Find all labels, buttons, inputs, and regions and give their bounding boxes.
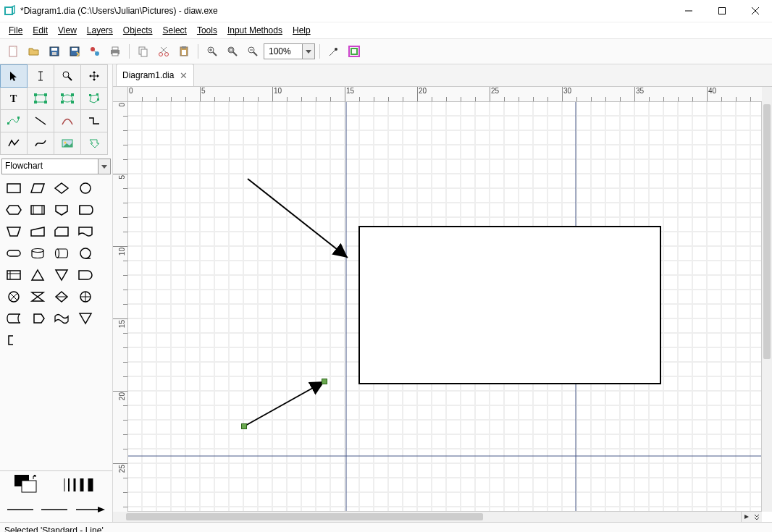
shape-document[interactable] [73,221,97,242]
shape-sequential[interactable] [73,242,97,264]
maximize-button[interactable] [705,0,739,22]
line-weight-preview[interactable] [62,476,98,493]
shape-manual-input[interactable] [25,221,49,242]
shape-collate[interactable] [25,286,49,308]
tool-scroll[interactable] [80,64,108,88]
menu-file[interactable]: File [4,24,27,37]
export-button[interactable] [85,42,104,61]
shape-card[interactable] [49,221,73,242]
shape-delay[interactable] [73,264,97,286]
menu-layers[interactable]: Layers [83,24,117,37]
menu-input-methods[interactable]: Input Methods [223,24,287,37]
shape-connector[interactable] [73,177,97,199]
scrollbar-horizontal[interactable] [113,511,762,522]
tool-pointer[interactable] [0,64,28,88]
shape-predefined[interactable] [25,199,49,221]
shape-display[interactable] [73,199,97,221]
copy-button[interactable] [134,42,153,61]
line-style[interactable] [40,505,69,514]
menu-edit[interactable]: Edit [28,24,52,37]
arrow-end-style[interactable] [75,505,106,514]
shape-or[interactable] [73,286,97,308]
tool-zigzag[interactable] [80,109,108,132]
shape-preparation[interactable] [1,199,25,221]
tool-outline[interactable] [80,132,108,155]
zoom-combo[interactable]: 100% [264,43,315,59]
new-button[interactable] [4,42,23,61]
minimize-button[interactable] [672,0,705,22]
shape-manual-op[interactable] [1,221,25,242]
zoom-value[interactable]: 100% [264,46,302,56]
zoom-in-button[interactable] [203,42,222,61]
shape-internal[interactable] [1,264,25,286]
save-as-button[interactable] [65,42,84,61]
shape-database[interactable] [25,242,49,264]
svg-rect-2 [719,8,726,14]
shape-terminal[interactable] [1,242,25,264]
menu-tools[interactable]: Tools [193,24,222,37]
tool-bezier[interactable] [0,109,28,132]
paste-button[interactable] [175,42,193,61]
snap-point-button[interactable] [324,42,343,61]
tool-polyline[interactable] [0,132,28,155]
shape-sort[interactable] [49,286,73,308]
zoom-dropdown-icon[interactable] [302,44,314,59]
tab-close-icon[interactable]: ✕ [180,70,188,81]
tool-text[interactable]: T [0,87,28,110]
tool-image[interactable] [54,132,81,155]
zoom-fit-button[interactable] [223,42,242,61]
menu-view[interactable]: View [54,24,81,37]
tool-box[interactable] [27,87,54,110]
tool-polygon[interactable] [80,87,108,110]
shape-data[interactable] [25,177,49,199]
tool-line[interactable] [27,109,54,132]
shape-direct-data[interactable] [49,242,73,264]
fg-bg-swatch[interactable] [14,475,38,494]
shape-process[interactable] [1,177,25,199]
snap-object-button[interactable] [345,42,364,61]
app-icon [4,5,16,17]
tool-bezierline[interactable] [27,132,54,155]
svg-rect-10 [72,48,77,51]
tool-text-edit[interactable] [27,64,54,88]
shape-sum[interactable] [1,286,25,308]
tool-arc[interactable] [54,109,81,132]
shapeset-selector[interactable]: Flowchart [1,159,111,174]
ruler-vertical[interactable]: 0510152025 [113,101,128,512]
menu-objects[interactable]: Objects [119,24,157,37]
shape-extract[interactable] [25,264,49,286]
canvas-objects-layer [127,101,762,512]
shape-annotation[interactable] [1,329,25,351]
tool-ellipse[interactable] [54,87,81,110]
open-button[interactable] [25,42,43,61]
object-arrow-1[interactable] [248,179,348,258]
drawing-canvas[interactable] [127,101,762,512]
shape-stored-data[interactable] [1,308,25,329]
zoom-out-button[interactable] [243,42,262,61]
menu-select[interactable]: Select [159,24,191,37]
scrollbar-v-thumb[interactable] [763,104,771,359]
shape-merge[interactable] [49,264,73,286]
print-button[interactable] [106,42,125,61]
object-rectangle[interactable] [359,227,660,384]
nav-arrows[interactable] [741,512,762,522]
selection-handle-start[interactable] [241,423,247,429]
ruler-horizontal[interactable]: 0510152025303540 [127,87,762,102]
document-tab[interactable]: Diagram1.dia ✕ [116,64,194,86]
shapeset-dropdown-icon[interactable] [98,159,110,174]
shape-tape2[interactable] [73,308,97,329]
scrollbar-h-thumb[interactable] [126,513,483,520]
selection-handle-end[interactable] [322,379,327,384]
shape-tape[interactable] [49,308,73,329]
menu-help[interactable]: Help [288,24,315,37]
object-arrow-2-selected[interactable] [244,381,324,426]
tool-zoom[interactable] [54,64,81,88]
save-button[interactable] [45,42,64,61]
close-button[interactable] [739,0,772,22]
arrow-start-style[interactable] [6,505,35,514]
scrollbar-vertical[interactable] [761,87,772,512]
shape-offpage[interactable] [49,199,73,221]
shape-loop[interactable] [25,308,49,329]
shape-decision[interactable] [49,177,73,199]
cut-button[interactable] [154,42,173,61]
